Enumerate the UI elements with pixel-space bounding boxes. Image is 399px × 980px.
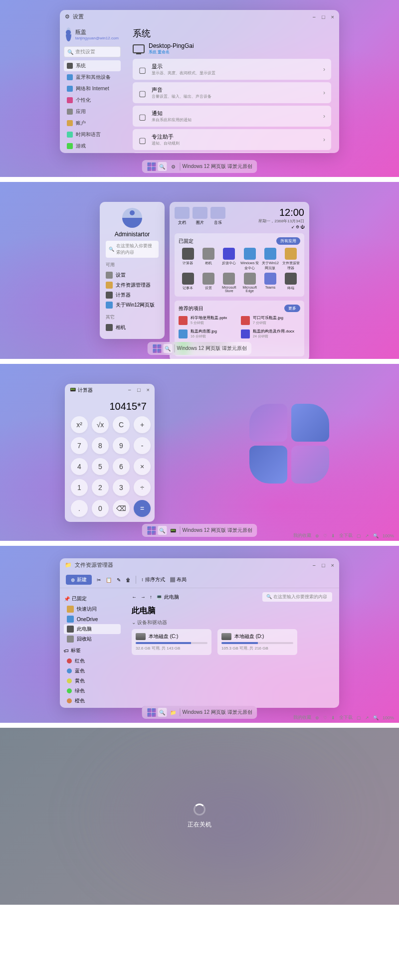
app-tile[interactable]: 设置: [199, 273, 217, 293]
app-tile[interactable]: 终端: [282, 273, 300, 293]
taskbar-search[interactable]: 🔍: [158, 708, 167, 717]
settings-search[interactable]: 🔍查找设置: [64, 46, 121, 57]
app-tile[interactable]: 反馈中心: [220, 248, 238, 271]
start-item[interactable]: 设置: [106, 270, 159, 280]
calc-button[interactable]: 1: [71, 479, 88, 496]
minimize-button[interactable]: −: [312, 14, 315, 20]
start-item[interactable]: 关于Win12网页版: [106, 300, 159, 310]
layout-button[interactable]: ▦ 布局: [170, 576, 187, 583]
new-button[interactable]: ⊕新建: [66, 575, 92, 585]
rename-link[interactable]: 重命名: [158, 50, 170, 54]
calc-button[interactable]: √x: [92, 416, 109, 433]
calc-button[interactable]: ⌫: [113, 500, 130, 517]
nav-item[interactable]: 游戏: [64, 141, 121, 152]
close-button[interactable]: ×: [331, 562, 334, 568]
delete-button[interactable]: 🗑: [126, 577, 131, 583]
calc-button[interactable]: x²: [71, 416, 88, 433]
quick-item[interactable]: 图片: [193, 207, 207, 225]
user-profile[interactable]: 瓶盖tanjingyuan@win12.com: [64, 25, 121, 43]
rec-item[interactable]: 科学地使用瓶盖.pptx5 分钟前: [179, 315, 238, 326]
app-tile[interactable]: 相机: [199, 248, 217, 271]
nav-item[interactable]: 个性化: [64, 95, 121, 106]
maximize-button[interactable]: □: [322, 14, 325, 20]
rename-button[interactable]: ✎: [117, 577, 121, 583]
nav-item[interactable]: 系统: [64, 60, 121, 71]
app-tile[interactable]: 计算器: [179, 248, 197, 271]
calc-button[interactable]: C: [113, 416, 130, 433]
drive-item[interactable]: 本地磁盘 (D:)105.3 GB 可用, 共 216 GB: [217, 629, 297, 655]
start-item[interactable]: 文件资源管理器: [106, 280, 159, 290]
nav-item[interactable]: 应用: [64, 106, 121, 117]
calc-button[interactable]: 0: [92, 500, 109, 517]
minimize-button[interactable]: −: [128, 387, 131, 394]
taskbar-app[interactable]: ⚙: [169, 162, 178, 171]
minimize-button[interactable]: −: [312, 562, 315, 568]
calc-button[interactable]: -: [134, 437, 151, 454]
settings-card[interactable]: ▢电源电源、电池使用方式、节电模式›: [133, 153, 331, 153]
breadcrumb[interactable]: 💻此电脑: [156, 594, 179, 601]
drive-item[interactable]: 本地磁盘 (C:)32.6 GB 可用, 共 143 GB: [132, 629, 211, 655]
calc-button[interactable]: 5: [92, 458, 109, 475]
sidebar-item[interactable]: 快速访问: [64, 604, 121, 614]
calc-button[interactable]: 8: [92, 437, 109, 454]
taskbar-search[interactable]: 🔍: [158, 162, 167, 171]
close-button[interactable]: ×: [331, 14, 334, 20]
calc-button[interactable]: 4: [71, 458, 88, 475]
tag-item[interactable]: 蓝色: [64, 666, 121, 676]
maximize-button[interactable]: □: [322, 562, 325, 568]
tag-item[interactable]: 黄色: [64, 676, 121, 686]
calc-button[interactable]: ×: [134, 458, 151, 475]
app-tile[interactable]: 关于Win12 网页版: [261, 248, 279, 271]
back-button[interactable]: ←: [132, 594, 137, 600]
calc-button[interactable]: .: [71, 500, 88, 517]
sidebar-item[interactable]: 此电脑: [64, 624, 121, 634]
taskbar-calc[interactable]: 📟: [169, 526, 178, 535]
cut-button[interactable]: ✂: [97, 577, 101, 583]
taskbar-explorer[interactable]: 📁: [169, 708, 178, 717]
quick-item[interactable]: 文档: [175, 207, 190, 225]
calc-button[interactable]: 2: [92, 479, 109, 496]
start-item[interactable]: 计算器: [106, 290, 159, 300]
tag-item[interactable]: 红色: [64, 656, 121, 666]
settings-card[interactable]: ▢声音音量设置、输入、输出、声音设备›: [133, 82, 331, 103]
sidebar-item[interactable]: 回收站: [64, 634, 121, 644]
settings-card[interactable]: ▢显示显示器、亮度、夜间模式、显示设置›: [133, 59, 331, 80]
start-item[interactable]: 相机: [106, 323, 159, 332]
start-button[interactable]: [147, 708, 156, 717]
rec-item[interactable]: 瓶盖构造图.jpg16 分钟前: [179, 328, 238, 339]
nav-item[interactable]: 辅助功能: [64, 152, 121, 153]
sort-button[interactable]: ↕ 排序方式: [141, 576, 165, 583]
calc-button[interactable]: 6: [113, 458, 130, 475]
copy-button[interactable]: 📋: [106, 577, 112, 583]
calc-button[interactable]: 7: [71, 437, 88, 454]
app-tile[interactable]: Microsoft Edge: [240, 273, 259, 293]
settings-card[interactable]: ▢通知来自系统和应用的通知›: [133, 106, 331, 127]
close-button[interactable]: ×: [147, 387, 150, 394]
app-tile[interactable]: Windows 安全中心: [240, 248, 259, 271]
taskbar-search[interactable]: 🔍: [163, 344, 172, 353]
nav-item[interactable]: 网络和 Internet: [64, 83, 121, 94]
nav-item[interactable]: 时间和语言: [64, 129, 121, 140]
all-apps-button[interactable]: 所有应用: [276, 237, 300, 245]
app-tile[interactable]: Microsoft Store: [220, 273, 238, 293]
explorer-search[interactable]: 🔍 在这里输入你要搜索的内容: [262, 592, 332, 602]
calc-button[interactable]: +: [134, 416, 151, 433]
app-tile[interactable]: Teams: [261, 273, 279, 293]
rec-item[interactable]: 可口可乐瓶盖.jpg7 分钟前: [241, 315, 300, 326]
start-button[interactable]: [152, 344, 161, 353]
start-button[interactable]: [147, 162, 156, 171]
app-tile[interactable]: 文件资源管理器: [282, 248, 300, 271]
rec-item[interactable]: 瓶盖的构造及作用.docx24 分钟前: [241, 328, 300, 339]
nav-item[interactable]: 账户: [64, 118, 121, 129]
calc-button[interactable]: ÷: [134, 479, 151, 496]
more-button[interactable]: 更多: [284, 305, 300, 312]
calc-button[interactable]: 9: [113, 437, 130, 454]
calc-button[interactable]: 3: [113, 479, 130, 496]
calc-button[interactable]: =: [134, 500, 151, 517]
up-button[interactable]: ↑: [150, 594, 152, 600]
sidebar-item[interactable]: OneDrive: [64, 614, 121, 624]
maximize-button[interactable]: □: [137, 387, 141, 394]
app-tile[interactable]: 记事本: [179, 273, 197, 293]
forward-button[interactable]: →: [141, 594, 146, 600]
tag-item[interactable]: 紫色: [64, 706, 121, 708]
